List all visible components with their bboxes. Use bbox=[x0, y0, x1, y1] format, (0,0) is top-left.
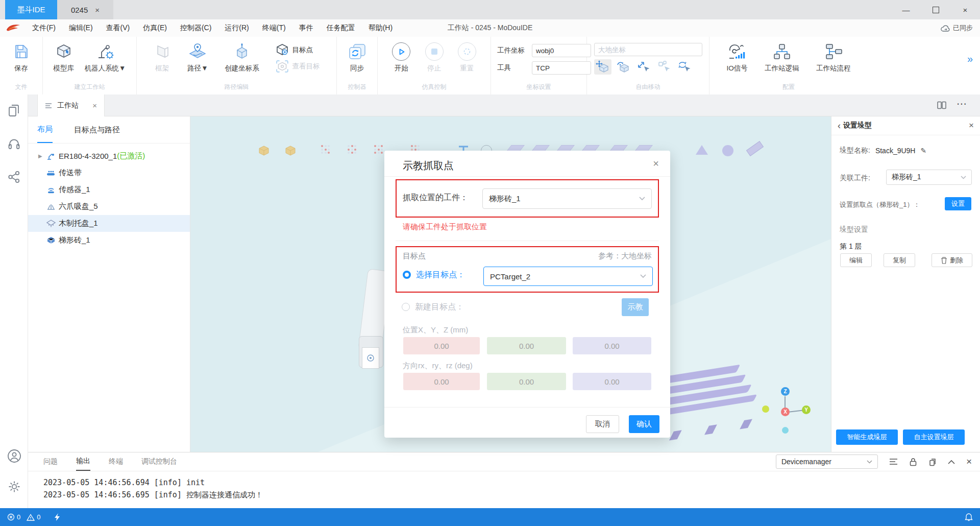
tree-item-gripper[interactable]: 六爪吸盘_5 bbox=[28, 198, 190, 215]
split-view-icon[interactable] bbox=[937, 101, 946, 109]
tab-debug-console[interactable]: 调试控制台 bbox=[141, 452, 177, 471]
workpiece-select[interactable]: 梯形砖_1 bbox=[482, 188, 652, 209]
app-tab[interactable]: 墨斗IDE bbox=[5, 0, 57, 19]
menu-terminal[interactable]: 终端(T) bbox=[256, 23, 292, 33]
view-target-button[interactable]: 查看目标 bbox=[276, 59, 320, 74]
menu-simulation[interactable]: 仿真(E) bbox=[136, 23, 174, 33]
position-z-input[interactable]: 0.00 bbox=[573, 337, 651, 354]
manual-set-button[interactable]: 自主设置垛层 bbox=[903, 429, 965, 445]
edit-pencil-icon[interactable]: ✎ bbox=[920, 147, 926, 155]
device-select[interactable]: Devicemanager bbox=[776, 455, 878, 469]
teach-button[interactable]: 示教 bbox=[622, 298, 649, 316]
canvas-pyramid-icon[interactable] bbox=[696, 145, 708, 155]
gizmo-target-dot[interactable] bbox=[762, 405, 769, 413]
gizmo-z-handle[interactable]: Z bbox=[781, 387, 790, 396]
gizmo-y-handle[interactable]: Y bbox=[802, 405, 811, 414]
stack-panel-close-icon[interactable]: × bbox=[969, 121, 974, 131]
tab-problems[interactable]: 问题 bbox=[43, 452, 58, 471]
world-coord-input[interactable] bbox=[594, 43, 702, 56]
canvas-ruler-icon[interactable] bbox=[746, 141, 764, 156]
copy-output-icon[interactable] bbox=[928, 458, 937, 466]
station-logic-button[interactable]: 工作站逻辑 bbox=[765, 41, 799, 73]
workstation-tab-close-icon[interactable]: × bbox=[92, 101, 97, 110]
station-flow-button[interactable]: 工作站流程 bbox=[816, 41, 851, 73]
io-signal-button[interactable]: IO信号 bbox=[726, 41, 747, 73]
tab-terminal[interactable]: 终端 bbox=[109, 452, 123, 471]
menu-file[interactable]: 文件(F) bbox=[26, 23, 62, 33]
workpiece-coord-input[interactable] bbox=[532, 44, 591, 57]
doc-tab-close-icon[interactable]: × bbox=[95, 6, 100, 14]
tree-item-pallet[interactable]: 木制托盘_1 bbox=[28, 215, 190, 232]
select-target-radio[interactable] bbox=[403, 271, 411, 279]
network-nodes-icon[interactable] bbox=[7, 170, 21, 184]
menu-event[interactable]: 事件 bbox=[292, 23, 320, 33]
tool-input[interactable] bbox=[532, 61, 591, 75]
orientation-ry-input[interactable]: 0.00 bbox=[487, 373, 566, 390]
gizmo-x-handle[interactable]: X bbox=[781, 408, 790, 416]
more-options-icon[interactable]: ⋯ bbox=[957, 98, 967, 110]
expand-caret-icon[interactable]: ▶ bbox=[38, 153, 46, 159]
tree-item-sensor[interactable]: 传感器_1 bbox=[28, 181, 190, 198]
set-grab-point-button[interactable]: 设置 bbox=[945, 197, 971, 210]
cancel-button[interactable]: 取消 bbox=[586, 415, 619, 433]
model-library-button[interactable]: 模型库 bbox=[54, 41, 75, 73]
user-account-icon[interactable] bbox=[7, 449, 21, 463]
smart-generate-button[interactable]: 智能生成垛层 bbox=[836, 429, 898, 445]
tree-item-brick[interactable]: 梯形砖_1 bbox=[28, 232, 190, 249]
layer-copy-button[interactable]: 复制 bbox=[884, 253, 915, 267]
headset-icon[interactable] bbox=[7, 137, 21, 151]
settings-gear-icon[interactable] bbox=[7, 480, 21, 494]
canvas-pattern-icon[interactable] bbox=[374, 145, 383, 154]
tab-targets-paths[interactable]: 目标点与路径 bbox=[74, 116, 120, 143]
toolbar-expand-icon[interactable]: » bbox=[967, 53, 972, 65]
notifications[interactable] bbox=[965, 513, 973, 521]
canvas-cube-icon[interactable] bbox=[258, 145, 270, 157]
menu-view[interactable]: 查看(V) bbox=[100, 23, 137, 33]
gizmo-bottom-dot[interactable] bbox=[782, 427, 789, 434]
target-point-button[interactable]: 目标点 bbox=[276, 43, 320, 57]
confirm-button[interactable]: 确认 bbox=[629, 415, 659, 433]
move-scale-icon[interactable] bbox=[635, 59, 652, 75]
orientation-rx-input[interactable]: 0.00 bbox=[403, 373, 480, 390]
tab-output[interactable]: 输出 bbox=[76, 452, 90, 471]
move-free-icon[interactable] bbox=[676, 59, 693, 75]
target-select[interactable]: PCTarget_2 bbox=[483, 267, 653, 286]
lock-scroll-icon[interactable] bbox=[909, 458, 917, 466]
frame-button[interactable]: 框架 bbox=[154, 41, 171, 73]
menu-run[interactable]: 运行(R) bbox=[218, 23, 255, 33]
menu-edit[interactable]: 编辑(E) bbox=[62, 23, 100, 33]
create-coordsys-button[interactable]: 创建坐标系 bbox=[225, 41, 259, 73]
layer-edit-button[interactable]: 编辑 bbox=[840, 253, 872, 267]
move-node-icon[interactable] bbox=[655, 59, 673, 75]
power-status[interactable] bbox=[55, 513, 60, 521]
reset-button[interactable]: 重置 bbox=[458, 41, 476, 73]
menu-controller[interactable]: 控制器(C) bbox=[174, 23, 218, 33]
tree-item-conveyor[interactable]: 传送带 bbox=[28, 164, 190, 181]
window-close-button[interactable]: × bbox=[950, 0, 980, 19]
console-close-icon[interactable]: × bbox=[966, 456, 972, 467]
position-y-input[interactable]: 0.00 bbox=[487, 337, 566, 354]
minimize-button[interactable]: — bbox=[891, 0, 921, 19]
orientation-rz-input[interactable]: 0.00 bbox=[573, 373, 651, 390]
new-target-radio[interactable] bbox=[402, 303, 410, 311]
move-rotate-icon[interactable] bbox=[615, 59, 632, 75]
workstation-tab[interactable]: 工作站 × bbox=[37, 94, 105, 116]
tab-layout[interactable]: 布局 bbox=[37, 116, 53, 143]
position-x-input[interactable]: 0.00 bbox=[403, 337, 480, 354]
canvas-sphere-icon[interactable] bbox=[722, 145, 733, 156]
sync-button[interactable]: 同步 bbox=[348, 41, 367, 73]
layer-delete-button[interactable]: 删除 bbox=[932, 253, 972, 267]
canvas-pattern-icon[interactable] bbox=[321, 145, 330, 154]
save-button[interactable]: 保存 bbox=[13, 41, 30, 73]
clear-output-icon[interactable] bbox=[889, 458, 898, 465]
path-button[interactable]: 路径▼ bbox=[187, 41, 208, 73]
maximize-button[interactable] bbox=[921, 0, 950, 19]
pages-icon[interactable] bbox=[7, 103, 21, 118]
error-count[interactable]: 0 bbox=[7, 513, 20, 521]
menu-help[interactable]: 帮助(H) bbox=[362, 23, 399, 33]
move-translate-icon[interactable] bbox=[594, 59, 611, 75]
warning-count[interactable]: 0 bbox=[27, 513, 40, 521]
collapse-panel-icon[interactable] bbox=[948, 460, 955, 464]
stop-button[interactable]: 停止 bbox=[425, 41, 444, 73]
log-area[interactable]: 2023-05-05 14:46:56.694 [info] init 2023… bbox=[28, 471, 980, 501]
